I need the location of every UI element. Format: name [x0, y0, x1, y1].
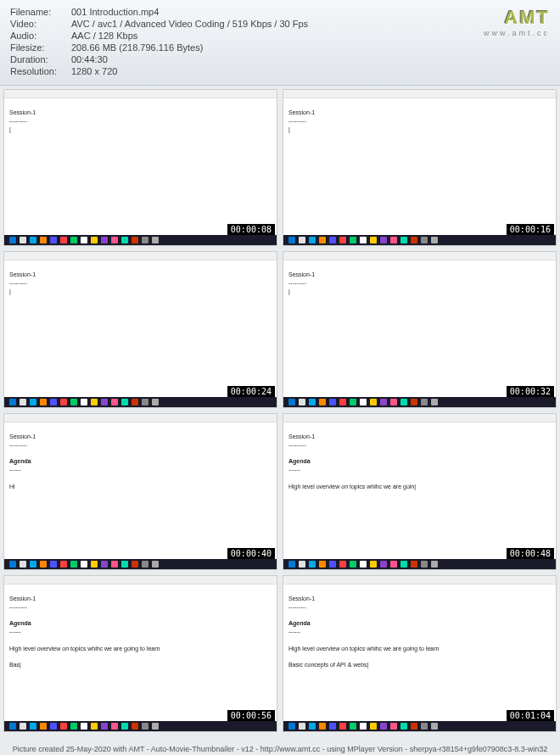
content-line — [9, 636, 272, 645]
taskbar-icon — [309, 561, 316, 568]
taskbar-icon — [152, 561, 159, 568]
content-line: Hi — [9, 483, 272, 491]
taskbar-icon — [91, 399, 98, 405]
dash-line: --------- — [288, 117, 551, 126]
thumbnail: Session-1---------|00:00:32 — [283, 251, 557, 408]
timestamp-overlay: 00:00:48 — [507, 548, 554, 559]
taskbar-icon — [70, 399, 77, 405]
taskbar-icon — [40, 399, 47, 405]
dash-line: --------- — [9, 603, 272, 612]
timestamp-overlay: 00:00:56 — [227, 710, 275, 721]
notepad-titlebar — [283, 414, 556, 422]
notepad-titlebar — [283, 576, 556, 584]
content-line: Bas| — [9, 661, 272, 669]
taskbar-icon — [81, 723, 87, 730]
taskbar-icon — [121, 399, 128, 405]
taskbar-icon — [142, 399, 148, 405]
taskbar-icon — [81, 561, 87, 568]
taskbar-icon — [329, 237, 336, 243]
thumbnail: Session-1--------- Agenda------ High lev… — [283, 575, 557, 732]
content-line: | — [9, 126, 272, 134]
taskbar-icon — [40, 561, 47, 568]
taskbar-icon — [132, 723, 138, 730]
filesize-label: Filesize: — [10, 42, 71, 53]
windows-taskbar — [4, 721, 277, 731]
taskbar-icon — [319, 723, 326, 730]
amt-logo: AMT www.amt.cc — [484, 7, 550, 37]
windows-taskbar — [4, 397, 277, 407]
taskbar-icon — [390, 399, 397, 405]
thumbnail: Session-1--------- Agenda------ Hi00:00:… — [3, 413, 277, 570]
taskbar-icon — [101, 399, 108, 405]
notepad-titlebar — [283, 90, 556, 98]
taskbar-icon — [20, 399, 26, 405]
content-line: High level overview on topics whihc we a… — [9, 645, 272, 653]
thumbnail: Session-1---------|00:00:16 — [283, 89, 557, 246]
notepad-titlebar — [4, 252, 277, 260]
taskbar-icon — [309, 723, 316, 730]
taskbar-icon — [329, 723, 336, 730]
notepad-content: Session-1--------- Agenda------ Hi — [4, 429, 277, 495]
content-line — [288, 636, 551, 645]
dash-line: --------- — [9, 117, 272, 126]
content-line — [288, 474, 551, 483]
thumbnail: Session-1---------|00:00:24 — [3, 251, 277, 408]
taskbar-icon — [400, 237, 407, 243]
session-line: Session-1 — [9, 271, 272, 279]
notepad-content: Session-1---------| — [283, 267, 556, 299]
taskbar-icon — [30, 237, 36, 243]
thumbnail: Session-1--------- Agenda------ High lev… — [3, 575, 277, 732]
taskbar-icon — [421, 399, 428, 405]
notepad-content: Session-1--------- Agenda------ High lev… — [283, 429, 556, 495]
taskbar-icon — [329, 399, 336, 405]
taskbar-icon — [40, 723, 47, 730]
content-line: Agenda — [288, 619, 551, 628]
taskbar-icon — [380, 723, 387, 730]
metadata-header: Filename: 001 Introduction.mp4 Video: AV… — [0, 0, 560, 86]
taskbar-icon — [101, 723, 108, 730]
taskbar-icon — [50, 723, 57, 730]
content-line: | — [9, 288, 272, 296]
taskbar-icon — [350, 399, 356, 405]
content-line: | — [288, 126, 551, 134]
taskbar-icon — [60, 561, 67, 568]
content-line — [9, 474, 272, 483]
content-line: Agenda — [9, 619, 272, 628]
resolution-label: Resolution: — [10, 66, 71, 76]
taskbar-icon — [411, 237, 417, 243]
content-line: High level overview on topics whihc we a… — [288, 483, 551, 491]
taskbar-icon — [81, 237, 87, 243]
session-line: Session-1 — [288, 109, 551, 117]
duration-label: Duration: — [10, 54, 71, 64]
taskbar-icon — [132, 561, 138, 568]
taskbar-icon — [121, 723, 128, 730]
content-line: Agenda — [9, 457, 272, 466]
taskbar-icon — [20, 723, 26, 730]
audio-value: AAC / 128 Kbps — [71, 31, 137, 41]
taskbar-icon — [288, 399, 295, 405]
taskbar-icon — [319, 561, 326, 568]
windows-taskbar — [283, 235, 556, 245]
taskbar-icon — [121, 561, 128, 568]
timestamp-overlay: 00:00:08 — [227, 224, 275, 235]
taskbar-icon — [9, 723, 16, 730]
taskbar-icon — [370, 399, 377, 405]
taskbar-icon — [309, 237, 316, 243]
taskbar-icon — [400, 561, 407, 568]
notepad-menu — [4, 98, 277, 105]
taskbar-icon — [9, 399, 16, 405]
session-line: Session-1 — [288, 433, 551, 441]
taskbar-icon — [329, 561, 336, 568]
taskbar-icon — [421, 237, 428, 243]
content-line: Basic concepts of API & webs| — [288, 661, 551, 669]
taskbar-icon — [50, 561, 57, 568]
taskbar-icon — [142, 723, 148, 730]
taskbar-icon — [111, 561, 118, 568]
taskbar-icon — [40, 237, 47, 243]
logo-text: AMT — [484, 7, 550, 29]
notepad-menu — [4, 260, 277, 267]
notepad-menu — [283, 98, 556, 105]
taskbar-icon — [309, 399, 316, 405]
windows-taskbar — [4, 559, 277, 569]
thumbnail: Session-1---------|00:00:08 — [3, 89, 277, 246]
